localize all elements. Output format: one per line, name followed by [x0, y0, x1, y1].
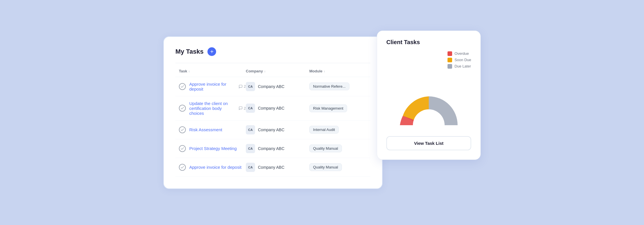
legend-label: Overdue	[454, 51, 469, 56]
module-sort-icon[interactable]: ↓	[324, 69, 325, 73]
legend-label: Soon Due	[454, 58, 471, 62]
company-name: Company ABC	[258, 165, 284, 170]
task-cell: Update the client on certification body …	[179, 101, 246, 116]
comment-badge: 2	[239, 106, 246, 110]
company-name: Company ABC	[258, 127, 284, 132]
chart-area	[386, 76, 471, 128]
module-cell: Risk Management	[309, 104, 367, 112]
module-badge: Normative Refere...	[309, 82, 349, 90]
col-module: Module ↓	[309, 69, 367, 73]
company-name: Company ABC	[258, 106, 284, 110]
task-check-icon[interactable]	[179, 145, 186, 152]
task-cell: Approve invoice for deposit	[179, 164, 246, 171]
task-sort-icon[interactable]: ↓	[188, 69, 190, 73]
module-badge: Internal Audit	[309, 126, 339, 134]
legend: Overdue Soon Due Due Later	[448, 51, 471, 69]
panel-title: My Tasks	[175, 48, 203, 55]
task-check-icon[interactable]	[179, 164, 186, 171]
my-tasks-panel: My Tasks + Task ↓ Company ↓ Module ↓	[163, 36, 383, 189]
divider	[175, 63, 370, 63]
task-check-icon[interactable]	[179, 126, 186, 133]
panel-header: My Tasks +	[175, 47, 370, 56]
task-name[interactable]: Approve invoice for deposit	[189, 165, 242, 170]
company-avatar: CA	[246, 144, 255, 153]
legend-item: Due Later	[448, 64, 471, 69]
company-cell: CA Company ABC	[246, 82, 309, 91]
company-sort-icon[interactable]: ↓	[264, 69, 266, 73]
client-tasks-panel: Client Tasks Overdue Soon Due Due Later	[377, 31, 481, 160]
half-pie-chart	[397, 93, 460, 128]
task-rows-container: Approve invoice for deposit 2 CA Company…	[175, 77, 370, 177]
task-cell: Risk Assessment	[179, 126, 246, 133]
module-cell: Internal Audit	[309, 126, 367, 134]
company-cell: CA Company ABC	[246, 104, 309, 113]
company-cell: CA Company ABC	[246, 163, 309, 172]
comment-badge: 2	[239, 84, 246, 89]
company-name: Company ABC	[258, 146, 284, 151]
legend-label: Due Later	[454, 64, 471, 68]
task-check-icon[interactable]	[179, 105, 186, 112]
legend-dot	[448, 51, 452, 56]
add-task-button[interactable]: +	[207, 47, 216, 56]
table-row: Project Strategy Meeting CA Company ABC …	[175, 139, 370, 158]
module-badge: Risk Management	[309, 104, 347, 112]
module-cell: Quality Manual	[309, 145, 367, 152]
company-cell: CA Company ABC	[246, 144, 309, 153]
legend-dot	[448, 58, 452, 62]
company-cell: CA Company ABC	[246, 125, 309, 134]
table-header: Task ↓ Company ↓ Module ↓	[175, 69, 370, 77]
table-row: Update the client on certification body …	[175, 96, 370, 121]
module-badge: Quality Manual	[309, 163, 342, 171]
task-check-icon[interactable]	[179, 83, 186, 90]
company-avatar: CA	[246, 82, 255, 91]
col-task: Task ↓	[179, 69, 246, 73]
col-company: Company ↓	[246, 69, 309, 73]
company-avatar: CA	[246, 125, 255, 134]
task-name[interactable]: Update the client on certification body …	[189, 101, 236, 116]
client-tasks-title: Client Tasks	[386, 39, 471, 46]
company-avatar: CA	[246, 104, 255, 113]
module-cell: Normative Refere...	[309, 82, 367, 90]
legend-dot	[448, 64, 452, 69]
task-name[interactable]: Approve invoice for deposit	[189, 82, 236, 91]
company-name: Company ABC	[258, 84, 284, 89]
table-row: Approve invoice for deposit CA Company A…	[175, 158, 370, 177]
view-task-list-button[interactable]: View Task List	[386, 136, 471, 150]
table-row: Risk Assessment CA Company ABC Internal …	[175, 121, 370, 139]
task-cell: Project Strategy Meeting	[179, 145, 246, 152]
module-cell: Quality Manual	[309, 163, 367, 171]
task-cell: Approve invoice for deposit 2	[179, 82, 246, 91]
legend-item: Overdue	[448, 51, 471, 56]
company-avatar: CA	[246, 163, 255, 172]
legend-item: Soon Due	[448, 58, 471, 62]
task-name[interactable]: Project Strategy Meeting	[189, 146, 237, 151]
table-row: Approve invoice for deposit 2 CA Company…	[175, 77, 370, 96]
legend-container: Overdue Soon Due Due Later	[386, 51, 471, 73]
module-badge: Quality Manual	[309, 145, 342, 152]
task-name[interactable]: Risk Assessment	[189, 127, 222, 132]
